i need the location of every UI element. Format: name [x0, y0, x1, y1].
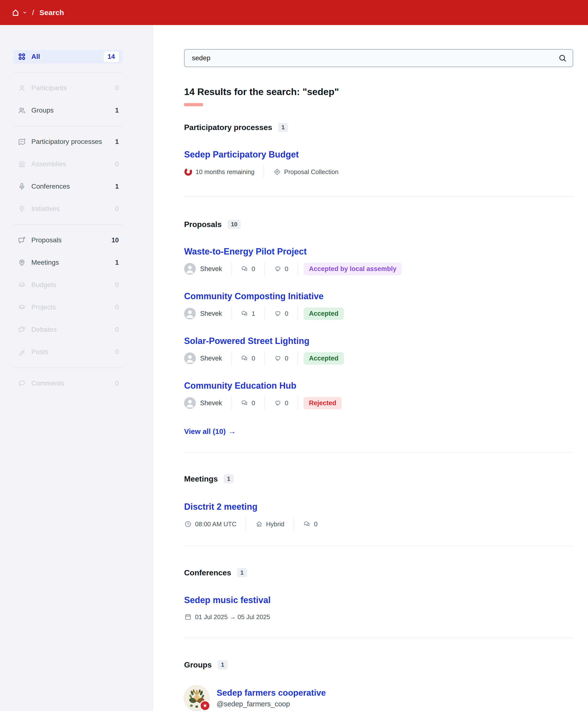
- section-count-badge: 10: [228, 220, 241, 229]
- sidebar-item-label: Comments: [31, 380, 115, 387]
- comments-count: 0: [314, 520, 317, 528]
- section-count-badge: 1: [237, 568, 247, 577]
- avatar: [184, 397, 196, 409]
- sidebar-item-participants: Participants 0: [13, 81, 123, 95]
- proposal-result: Waste-to-Energy Pilot Project Shevek: [184, 246, 573, 276]
- status-badge: Accepted: [303, 307, 344, 320]
- section-count-badge: 1: [278, 123, 288, 132]
- meeting-link[interactable]: Disctrit 2 meeting: [184, 502, 257, 512]
- proposal-result: Solar-Powered Street Lighting Shevek: [184, 336, 573, 365]
- coin-icon: [18, 303, 26, 311]
- sidebar-item-conferences[interactable]: Conferences 1: [13, 180, 123, 193]
- avatar: [184, 352, 196, 364]
- endorsements-heart-icon: [274, 265, 282, 273]
- sidebar-item-count: 1: [115, 183, 119, 190]
- meeting-time: 08:00 AM UTC: [195, 520, 236, 528]
- section-participatory-processes: Participatory processes 1 Sedep Particip…: [184, 123, 573, 197]
- sidebar-item-assemblies: Assemblies 0: [13, 157, 123, 171]
- search-submit-button[interactable]: [558, 54, 567, 63]
- proposal-result: Community Composting Initiative Shevek: [184, 291, 573, 320]
- chevron-down-icon[interactable]: [23, 11, 27, 15]
- endorsements-heart-icon: [274, 399, 282, 407]
- component-diamond-icon: [273, 168, 281, 176]
- coin-icon: [18, 281, 26, 289]
- arrow-right-icon: →: [228, 427, 236, 436]
- section-count-badge: 1: [224, 474, 234, 483]
- search-input[interactable]: [184, 49, 573, 67]
- sidebar-item-label: Groups: [31, 106, 115, 114]
- avatar: [184, 263, 196, 275]
- group-result: ★ Sedep farmers cooperative @sedep_farme…: [184, 685, 573, 711]
- person-icon: [18, 84, 26, 92]
- section-title: Proposals: [184, 220, 222, 229]
- sidebar-item-label: All: [31, 53, 104, 61]
- sidebar-item-posts: Posts 0: [13, 345, 123, 359]
- group-link[interactable]: Sedep farmers cooperative: [217, 688, 326, 697]
- star-icon: ★: [203, 703, 207, 709]
- sidebar-item-label: Conferences: [31, 182, 115, 190]
- meta-separator: [297, 351, 298, 365]
- sidebar-item-label: Assemblies: [31, 160, 115, 168]
- meeting-mode: Hybrid: [266, 520, 285, 528]
- sidebar-item-count: 0: [115, 84, 119, 92]
- proposal-link[interactable]: Solar-Powered Street Lighting: [184, 336, 310, 346]
- section-divider: [184, 638, 573, 638]
- breadcrumb-home[interactable]: [12, 9, 27, 17]
- process-result-title: Sedep Participatory Budget: [184, 150, 573, 160]
- conference-meta: 01 Jul 2025 → 05 Jul 2025: [184, 610, 573, 624]
- sidebar-item-label: Initiatives: [31, 205, 115, 213]
- chat-double-icon: [18, 325, 26, 334]
- sidebar-item-participatory-processes[interactable]: Participatory processes 1: [13, 135, 123, 149]
- search-bar: [184, 49, 573, 67]
- sidebar-item-all[interactable]: All 14: [13, 50, 123, 63]
- proposal-link[interactable]: Community Education Hub: [184, 381, 296, 391]
- sidebar-item-groups[interactable]: Groups 1: [13, 104, 123, 117]
- results-heading: 14 Results for the search: "sedep": [184, 87, 573, 97]
- sidebar-item-count: 0: [115, 160, 119, 168]
- sidebar-item-count: 10: [112, 237, 119, 244]
- endorsements-count: 0: [285, 310, 288, 318]
- section-groups: Groups 1: [184, 660, 573, 711]
- sidebar-item-label: Projects: [31, 303, 115, 311]
- sidebar-item-meetings[interactable]: Meetings 1: [13, 256, 123, 269]
- meta-separator: [297, 396, 298, 410]
- section-title: Groups: [184, 661, 212, 669]
- endorsements-count: 0: [285, 265, 288, 273]
- meeting-meta: 08:00 AM UTC Hybrid: [184, 517, 573, 531]
- section-title: Meetings: [184, 474, 218, 483]
- sidebar-divider: [13, 72, 123, 73]
- search-filters-sidebar: All 14 Participants 0 Groups 1: [0, 25, 153, 711]
- search-results-main: 14 Results for the search: "sedep" Parti…: [153, 25, 588, 711]
- sidebar-item-count: 0: [115, 304, 119, 311]
- sidebar-item-count: 1: [115, 259, 119, 266]
- sidebar-item-label: Debates: [31, 326, 115, 333]
- clock-icon: [184, 520, 192, 528]
- section-conferences: Conferences 1 Sedep music festival 01 Ju…: [184, 568, 573, 638]
- proposal-link[interactable]: Community Composting Initiative: [184, 291, 323, 301]
- status-badge: Rejected: [303, 397, 342, 409]
- top-header: / Search: [0, 0, 588, 25]
- microphone-icon: [18, 182, 26, 191]
- heading-underline: [184, 103, 203, 106]
- section-proposals: Proposals 10 Waste-to-Energy Pilot Proje…: [184, 220, 573, 453]
- lightbulb-icon: [18, 205, 26, 213]
- sidebar-divider: [13, 126, 123, 126]
- sidebar-item-count: 1: [115, 138, 119, 146]
- hybrid-home-icon: [255, 520, 263, 528]
- speech-bubble-icon: [18, 379, 26, 387]
- process-link[interactable]: Sedep Participatory Budget: [184, 150, 299, 159]
- proposal-link[interactable]: Waste-to-Energy Pilot Project: [184, 246, 307, 256]
- sidebar-item-proposals[interactable]: Proposals 10: [13, 233, 123, 247]
- view-all-link[interactable]: View all (10): [184, 427, 226, 436]
- sidebar-divider: [13, 368, 123, 368]
- view-all-proposals: View all (10) →: [184, 427, 573, 436]
- component-label: Proposal Collection: [284, 168, 339, 176]
- sidebar-item-projects: Projects 0: [13, 300, 123, 314]
- section-meetings: Meetings 1 Disctrit 2 meeting 08:00 AM U…: [184, 474, 573, 546]
- section-title: Participatory processes: [184, 123, 272, 132]
- search-icon: [558, 54, 567, 63]
- breadcrumb-separator: /: [31, 8, 35, 17]
- sidebar-item-label: Participatory processes: [31, 138, 115, 146]
- conference-link[interactable]: Sedep music festival: [184, 595, 271, 605]
- sidebar-item-debates: Debates 0: [13, 323, 123, 337]
